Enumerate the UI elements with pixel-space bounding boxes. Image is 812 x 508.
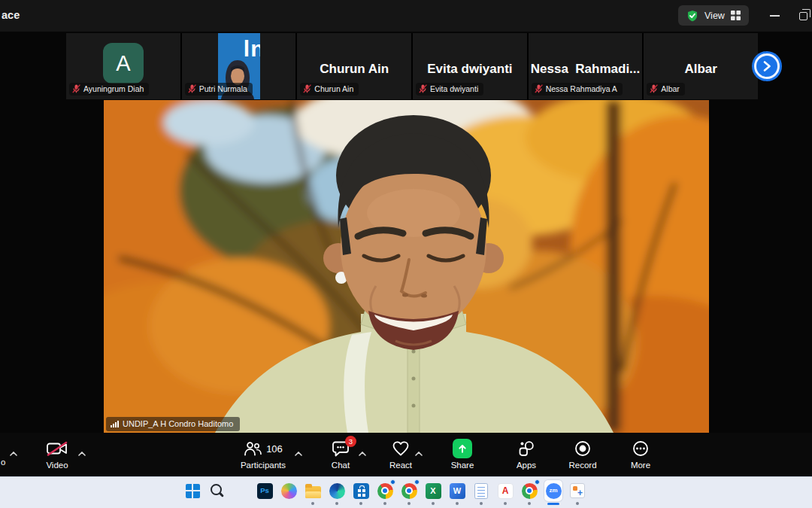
video-button-label: Video <box>46 461 68 470</box>
record-icon <box>574 440 592 458</box>
running-indicator <box>383 502 386 505</box>
record-button-label: Record <box>568 461 596 470</box>
running-indicator <box>576 502 579 505</box>
video-button[interactable]: Video <box>30 440 84 470</box>
participant-name: Churun Ain <box>314 84 353 93</box>
participant-name: Putri Nurmala <box>199 84 247 93</box>
taskbar-app-icons: PsXWAzm+ <box>183 480 586 501</box>
zoom-app-icon: zm <box>546 483 562 499</box>
taskbar-icon-edge[interactable] <box>328 480 346 501</box>
minimize-button[interactable] <box>765 8 783 24</box>
taskbar-icon-search[interactable] <box>208 480 226 501</box>
security-shield-icon <box>686 10 698 22</box>
notification-dot <box>390 479 395 485</box>
share-button-label: Share <box>451 461 474 470</box>
store-app-icon <box>353 483 369 499</box>
share-screen-button[interactable]: Share <box>438 440 487 470</box>
file-explorer-app-icon <box>305 486 321 498</box>
mic-muted-icon <box>419 84 427 93</box>
taskbar-icon-chrome-3[interactable] <box>520 480 538 501</box>
participants-options-caret-icon[interactable] <box>295 446 302 459</box>
view-button[interactable]: View <box>678 5 749 26</box>
record-button[interactable]: Record <box>558 440 607 470</box>
react-options-caret-icon[interactable] <box>415 446 423 459</box>
window-title-partial: ace <box>2 9 20 21</box>
view-button-label: View <box>704 11 725 21</box>
running-indicator <box>480 502 483 505</box>
taskbar-icon-chrome-1[interactable] <box>376 480 394 501</box>
taskbar-icon-file-explorer[interactable] <box>304 480 322 501</box>
taskbar-icon-store[interactable] <box>352 480 370 501</box>
more-button[interactable]: More <box>616 440 665 470</box>
taskbar-icon-notepad[interactable] <box>472 480 490 501</box>
video-options-caret-icon[interactable] <box>78 446 86 459</box>
mic-muted-icon <box>188 84 196 93</box>
participant-tile[interactable]: A Ayuningrum Diah <box>66 33 180 99</box>
zoom-meeting-window: ace View A Ayuningrum Diah <box>0 0 812 508</box>
apps-button[interactable]: Apps <box>501 440 551 470</box>
participant-name: Nessa Rahmadiya A <box>546 84 617 93</box>
participant-filmstrip: A Ayuningrum Diah ln <box>66 33 758 99</box>
speaker-name-badge: UNDIP_A H Condro Haditomo <box>106 417 240 431</box>
participants-button-label: Participants <box>241 461 286 470</box>
audio-options-caret-icon[interactable] <box>10 446 17 459</box>
running-indicator <box>456 502 459 505</box>
running-indicator <box>528 502 531 505</box>
mic-muted-icon <box>650 84 658 93</box>
participant-name-badge: Ayuningrum Diah <box>69 83 149 96</box>
word-app-icon: W <box>450 483 465 499</box>
video-overlay-text: ln <box>244 36 260 62</box>
running-indicator <box>408 502 411 505</box>
participant-tile[interactable]: Evita dwiyanti Evita dwiyanti <box>413 33 527 99</box>
participant-tile[interactable]: Nessa Rahmadi... Nessa Rahmadiya A <box>529 33 643 99</box>
taskbar-icon-snip[interactable]: + <box>568 480 586 501</box>
apps-icon <box>517 440 535 458</box>
taskbar-icon-acrobat[interactable]: A <box>496 480 514 501</box>
participant-tile[interactable]: Albar Albar <box>644 33 758 99</box>
participant-name: Ayuningrum Diah <box>83 84 144 93</box>
copilot-app-icon <box>281 483 297 499</box>
next-page-button[interactable] <box>754 53 780 79</box>
mic-muted-icon <box>535 84 543 93</box>
taskbar-icon-task-view[interactable] <box>232 480 250 501</box>
participants-button[interactable]: 106 Participants <box>226 440 301 470</box>
share-screen-icon <box>453 439 472 458</box>
restore-icon <box>799 12 807 20</box>
window-titlebar: ace View <box>0 0 812 32</box>
gallery-grid-icon <box>731 11 741 20</box>
taskbar-icon-photoshop[interactable]: Ps <box>256 480 274 501</box>
participant-name-badge: Nessa Rahmadiya A <box>532 83 623 96</box>
speaker-name: UNDIP_A H Condro Haditomo <box>123 419 233 428</box>
taskbar-icon-word[interactable]: W <box>448 480 466 501</box>
audio-button-partial[interactable]: o <box>1 458 5 467</box>
taskbar-icon-zoom[interactable]: zm <box>544 480 562 501</box>
snip-app-icon: + <box>570 483 585 498</box>
running-indicator <box>311 502 314 505</box>
participant-name-badge: Putri Nurmala <box>185 83 253 96</box>
more-button-label: More <box>631 461 650 470</box>
participant-tile[interactable]: ln Putri Nurmala <box>182 33 296 99</box>
notification-dot <box>414 479 420 485</box>
video-off-icon <box>46 440 68 458</box>
taskbar-icon-chrome-2[interactable] <box>400 480 418 501</box>
more-ellipsis-icon <box>632 440 650 458</box>
chrome-app-icon <box>401 483 417 499</box>
participant-tile[interactable]: Churun Ain Churun Ain <box>297 33 411 99</box>
taskbar-icon-windows[interactable] <box>183 480 201 501</box>
taskbar-icon-excel[interactable]: X <box>424 480 442 501</box>
participant-name-badge: Churun Ain <box>300 83 359 96</box>
windows-app-icon <box>186 484 200 498</box>
running-indicator <box>504 502 507 505</box>
chat-options-caret-icon[interactable] <box>359 446 366 459</box>
taskbar-icon-copilot[interactable] <box>280 480 298 501</box>
excel-app-icon: X <box>426 483 441 499</box>
main-speaker-video[interactable]: UNDIP_A H Condro Haditomo <box>104 100 709 433</box>
participant-name-badge: Albar <box>647 83 685 96</box>
photoshop-app-icon: Ps <box>257 483 273 499</box>
chrome-app-icon <box>522 483 538 499</box>
running-indicator <box>335 502 338 505</box>
participant-name: Albar <box>661 84 680 93</box>
mic-muted-icon <box>72 84 80 93</box>
restore-window-button[interactable] <box>794 8 812 24</box>
minimize-icon <box>770 15 780 17</box>
